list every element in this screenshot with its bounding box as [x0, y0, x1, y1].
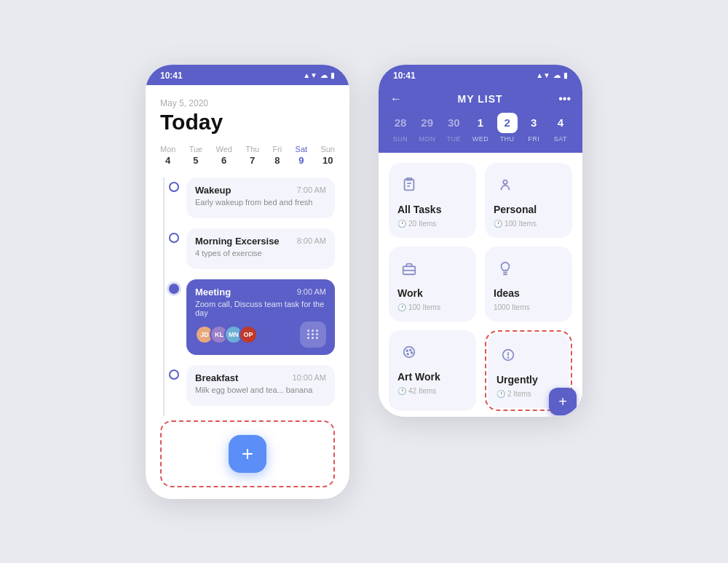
right-time: 10:41: [393, 71, 416, 81]
svg-rect-1: [405, 179, 414, 190]
date-label: May 5, 2020: [160, 98, 335, 108]
event-exercise[interactable]: Morning Excersise 8:00 AM 4 types of exe…: [175, 228, 335, 279]
svg-point-12: [407, 353, 408, 354]
task-count-personal: 🕐 100 Items: [494, 220, 537, 228]
urgently-plus-icon: +: [558, 394, 567, 409]
event-wakeup[interactable]: Wakeup 7:00 AM Early wakeup from bed and…: [175, 177, 335, 228]
calendar-row: 28 SUN 29 MON 30 TUE 1 WED: [390, 113, 571, 143]
cal-num-29: 29: [417, 113, 438, 133]
app-container: 10:41 ▲▼ ☁ ▮ May 5, 2020 Today Mon 4 Tue…: [116, 36, 612, 528]
svg-point-11: [411, 352, 413, 354]
week-day-thu[interactable]: Thu 7: [245, 145, 259, 166]
exclaim-icon: [496, 343, 520, 367]
briefcase-icon: [397, 257, 421, 280]
urgently-wrapper: Urgently 🕐 2 Items +: [485, 330, 572, 411]
day-name-wed: Wed: [216, 145, 232, 153]
week-day-tue[interactable]: Tue 5: [189, 145, 203, 166]
clock-icon-personal: 🕐: [494, 220, 502, 228]
event-card-exercise: Morning Excersise 8:00 AM 4 types of exe…: [186, 228, 335, 269]
task-artwork[interactable]: Art Work 🕐 42 Items: [389, 330, 476, 411]
cal-label-4: SAT: [554, 135, 567, 143]
week-day-sat[interactable]: Sat 9: [296, 145, 308, 166]
wifi-icon: ☁: [320, 71, 328, 79]
event-title-exercise: Morning Excersise: [195, 236, 280, 247]
task-grid: All Tasks 🕐 20 Items Personal: [379, 153, 582, 417]
today-label: Today: [160, 110, 335, 135]
task-name-personal: Personal: [494, 204, 537, 215]
week-day-wed[interactable]: Wed 6: [216, 145, 232, 166]
cal-day-4[interactable]: 4 SAT: [550, 113, 571, 143]
left-content: May 5, 2020 Today Mon 4 Tue 5 Wed 6 Thu …: [146, 85, 349, 499]
cal-day-1[interactable]: 1 WED: [470, 113, 491, 143]
event-meeting[interactable]: Meeting 9:00 AM Zoom call, Discuss team …: [175, 279, 335, 365]
add-event-button[interactable]: +: [229, 435, 266, 473]
clock-icon-all: 🕐: [397, 220, 406, 228]
cal-day-29[interactable]: 29 MON: [417, 113, 438, 143]
urgently-add-button[interactable]: +: [549, 388, 577, 415]
meeting-footer: JD KL MN OP: [195, 322, 326, 348]
left-time: 10:41: [160, 71, 183, 81]
cal-label-30: TUE: [447, 135, 462, 143]
task-name-artwork: Art Work: [397, 371, 440, 383]
task-name-ideas: Ideas: [494, 287, 520, 299]
back-button[interactable]: ←: [390, 92, 402, 105]
signal-icon: ▲▼: [303, 71, 317, 79]
right-status-icons: ▲▼ ☁ ▮: [536, 71, 568, 79]
task-all-tasks[interactable]: All Tasks 🕐 20 Items: [389, 163, 476, 238]
list-header: ← MY LIST ••• 28 SUN 29 MON 30 TUE: [379, 85, 582, 153]
svg-point-10: [410, 349, 411, 351]
more-button[interactable]: •••: [558, 92, 571, 105]
meeting-grid-button[interactable]: [300, 322, 326, 348]
cal-day-28[interactable]: 28 SUN: [390, 113, 411, 143]
cal-day-30[interactable]: 30 TUE: [443, 113, 464, 143]
day-num-sun: 10: [323, 155, 333, 166]
week-day-sun[interactable]: Sun 10: [320, 145, 335, 166]
day-name-mon: Mon: [160, 145, 175, 153]
cal-label-29: MON: [419, 135, 435, 143]
clock-icon-work: 🕐: [397, 303, 406, 311]
battery-icon: ▮: [331, 71, 335, 79]
task-count-ideas: 1000 Items: [494, 303, 529, 311]
left-status-icons: ▲▼ ☁ ▮: [303, 71, 335, 79]
task-name-urgently: Urgently: [496, 374, 538, 386]
cal-label-3: FRI: [528, 135, 539, 143]
week-day-mon[interactable]: Mon 4: [160, 145, 175, 166]
list-title: MY LIST: [458, 93, 503, 105]
event-desc-wakeup: Early wakeup from bed and fresh: [195, 198, 326, 207]
day-name-tue: Tue: [189, 145, 203, 153]
left-phone: 10:41 ▲▼ ☁ ▮ May 5, 2020 Today Mon 4 Tue…: [146, 65, 349, 499]
day-num-tue: 5: [193, 155, 198, 166]
event-card-wakeup: Wakeup 7:00 AM Early wakeup from bed and…: [186, 177, 335, 218]
svg-point-4: [503, 180, 507, 184]
day-num-sat: 9: [298, 155, 304, 166]
day-name-thu: Thu: [245, 145, 259, 153]
right-status-bar: 10:41 ▲▼ ☁ ▮: [379, 65, 582, 85]
event-time-breakfast: 10:00 AM: [293, 373, 326, 382]
task-count-artwork: 🕐 42 Items: [397, 387, 436, 395]
event-desc-exercise: 4 types of exercise: [195, 249, 326, 257]
task-personal[interactable]: Personal 🕐 100 Items: [485, 163, 572, 238]
cal-num-4: 4: [550, 113, 571, 133]
right-content: ← MY LIST ••• 28 SUN 29 MON 30 TUE: [379, 85, 582, 417]
task-work[interactable]: Work 🕐 100 Items: [389, 247, 476, 322]
task-ideas[interactable]: Ideas 1000 Items: [485, 247, 572, 322]
cal-day-2[interactable]: 2 THU: [497, 113, 518, 143]
day-name-fri: Fri: [272, 145, 282, 153]
cal-day-3[interactable]: 3 FRI: [523, 113, 544, 143]
event-card-breakfast: Breakfast 10:00 AM Milk egg bowel and te…: [186, 365, 335, 406]
event-breakfast[interactable]: Breakfast 10:00 AM Milk egg bowel and te…: [175, 365, 335, 416]
cal-num-3: 3: [523, 113, 544, 133]
add-event-area[interactable]: +: [160, 420, 335, 487]
task-count-work: 🕐 100 Items: [397, 303, 440, 311]
clock-icon-artwork: 🕐: [397, 387, 406, 395]
week-day-fri[interactable]: Fri 8: [272, 145, 282, 166]
day-num-mon: 4: [165, 155, 170, 166]
cal-label-1: WED: [472, 135, 489, 143]
cal-label-2: THU: [500, 135, 515, 143]
cal-num-28: 28: [390, 113, 411, 133]
event-title-wakeup: Wakeup: [195, 185, 231, 196]
svg-point-15: [508, 357, 509, 358]
plus-icon: +: [242, 444, 253, 464]
task-count-urgently: 🕐 2 Items: [496, 390, 531, 398]
timeline-line: [163, 177, 165, 416]
